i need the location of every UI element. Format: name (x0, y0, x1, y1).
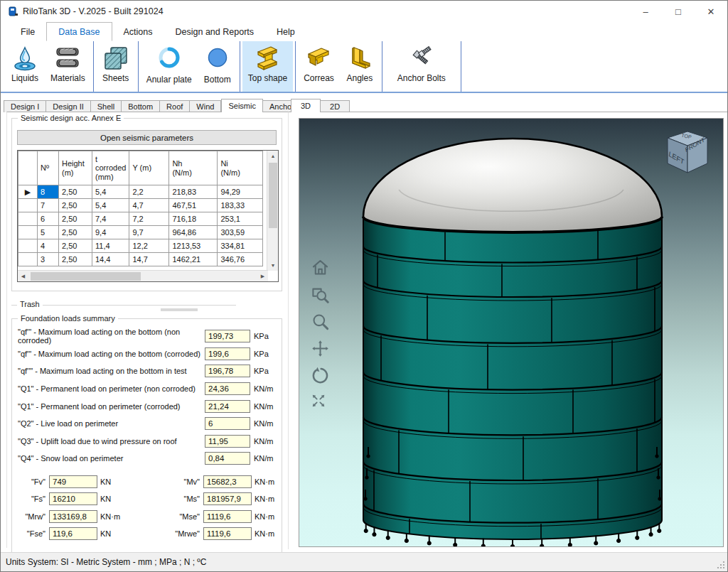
grid-cell[interactable]: 2,50 (59, 239, 92, 253)
grid-column-header[interactable]: t corroded (mm) (92, 151, 129, 185)
grid-cell[interactable]: 2,50 (59, 253, 92, 266)
grid-cell[interactable]: 14,4 (92, 253, 129, 266)
tab-shell[interactable]: Shell (91, 100, 122, 112)
maximize-button[interactable]: □ (662, 1, 695, 22)
scroll-thumb[interactable] (31, 272, 141, 281)
grid-cell[interactable]: 9,7 (129, 226, 169, 239)
grid-column-header[interactable]: Ni (N/m) (218, 151, 263, 185)
scroll-left-arrow[interactable]: ◀ (18, 271, 28, 282)
grid-cell[interactable]: 2,50 (59, 212, 92, 226)
tab-design-1[interactable]: Design I (4, 100, 46, 112)
tab-seismic[interactable]: Seismic (221, 99, 263, 112)
close-button[interactable]: ✕ (695, 1, 727, 22)
seismic-grid[interactable]: NºHeight (m)t corroded (mm)Y (m)Nh (N/m)… (17, 150, 279, 282)
pan-icon[interactable] (311, 339, 330, 358)
tab-wind[interactable]: Wind (190, 100, 221, 112)
menu-file[interactable]: File (9, 22, 46, 41)
grid-cell[interactable]: 1462,21 (169, 253, 218, 266)
open-seismic-parameters-button[interactable]: Open seismic parameters (17, 130, 277, 145)
grid-cell[interactable]: 253,1 (218, 212, 263, 226)
grid-row-selector[interactable]: ▶ (18, 185, 38, 199)
foundation-load-value-input[interactable] (205, 347, 250, 360)
navigation-cube[interactable]: TOP LEFT FRONT (665, 129, 710, 183)
result-value-input[interactable] (49, 510, 97, 523)
foundation-load-value-input[interactable] (205, 417, 250, 430)
grid-row-selector[interactable] (18, 253, 38, 266)
grid-cell[interactable]: 94,29 (218, 185, 263, 199)
grid-cell[interactable]: 7 (38, 199, 59, 212)
grid-cell[interactable]: 14,7 (129, 253, 169, 266)
tab-bottom[interactable]: Bottom (122, 100, 160, 112)
result-value-input[interactable] (203, 510, 252, 523)
result-value-input[interactable] (49, 527, 97, 540)
grid-cell[interactable]: 6 (38, 212, 59, 226)
toolbar-button-correas[interactable]: Correas (298, 41, 340, 92)
grid-cell[interactable]: 346,76 (218, 253, 263, 266)
zoom-window-icon[interactable] (311, 285, 330, 304)
toolbar-button-bottom[interactable]: Bottom (198, 41, 237, 92)
fit-view-icon[interactable] (311, 393, 326, 409)
foundation-load-value-input[interactable] (205, 452, 250, 465)
tab-roof[interactable]: Roof (160, 100, 190, 112)
grid-cell[interactable]: 467,51 (169, 199, 218, 212)
grid-cell[interactable]: 303,59 (218, 226, 263, 239)
grid-cell[interactable]: 964,86 (169, 226, 218, 239)
toolbar-button-sheets[interactable]: Sheets (96, 41, 136, 92)
grid-vertical-scrollbar[interactable]: ▲ ▼ (267, 151, 278, 271)
result-value-input[interactable] (203, 475, 252, 488)
rotate-icon[interactable] (311, 366, 330, 385)
3d-viewport[interactable]: TOP LEFT FRONT (299, 118, 724, 547)
grid-cell[interactable]: 1213,53 (169, 239, 218, 253)
foundation-load-value-input[interactable] (205, 435, 250, 448)
scroll-up-arrow[interactable]: ▲ (267, 151, 279, 161)
grid-cell[interactable]: 2,50 (59, 185, 92, 199)
grid-cell[interactable]: 334,81 (218, 239, 263, 253)
grid-cell[interactable]: 5 (38, 226, 59, 239)
toolbar-button-materials[interactable]: Materials (45, 41, 91, 92)
menu-help[interactable]: Help (265, 22, 306, 41)
grid-cell[interactable]: 183,33 (218, 199, 263, 212)
grid-corner-header[interactable] (18, 151, 38, 185)
grid-row-selector[interactable] (18, 199, 38, 212)
home-view-icon[interactable] (311, 258, 330, 277)
result-value-input[interactable] (203, 492, 252, 505)
menu-data-base[interactable]: Data Base (46, 22, 112, 41)
toolbar-button-anchor-bolts[interactable]: Anchor Bolts (385, 41, 459, 92)
grid-cell[interactable]: 716,18 (169, 212, 218, 226)
grid-cell[interactable]: 2,2 (129, 185, 169, 199)
grid-row[interactable]: ▶82,505,42,2218,8394,29 (18, 185, 263, 199)
toolbar-button-anular-plate[interactable]: Anular plate (141, 41, 198, 92)
scroll-thumb[interactable] (269, 163, 277, 228)
zoom-icon[interactable] (311, 312, 330, 331)
foundation-load-value-input[interactable] (205, 365, 250, 377)
scroll-down-arrow[interactable]: ▼ (267, 260, 279, 271)
grid-cell[interactable]: 4 (38, 239, 59, 253)
grid-row[interactable]: 42,5011,412,21213,53334,81 (18, 239, 263, 253)
tab-design-2[interactable]: Design II (46, 100, 90, 112)
tab-3d[interactable]: 3D (291, 99, 321, 112)
grid-column-header[interactable]: Nº (38, 151, 59, 185)
foundation-load-value-input[interactable] (205, 330, 250, 342)
grid-cell[interactable]: 218,83 (169, 185, 218, 199)
grid-cell[interactable]: 8 (38, 185, 59, 199)
grid-row[interactable]: 32,5014,414,71462,21346,76 (18, 253, 263, 266)
grid-row-selector[interactable] (18, 212, 38, 226)
grid-row[interactable]: 72,505,44,7467,51183,33 (18, 199, 263, 212)
grid-horizontal-scrollbar[interactable]: ◀ ▶ (18, 270, 268, 281)
result-value-input[interactable] (49, 492, 97, 505)
grid-cell[interactable]: 2,50 (59, 226, 92, 239)
grid-row[interactable]: 52,509,49,7964,86303,59 (18, 226, 263, 239)
grid-row-selector[interactable] (18, 226, 38, 239)
grid-cell[interactable]: 11,4 (92, 239, 129, 253)
scroll-right-arrow[interactable]: ▶ (257, 271, 268, 282)
grid-cell[interactable]: 12,2 (129, 239, 169, 253)
grid-cell[interactable]: 5,4 (92, 185, 129, 199)
grid-cell[interactable]: 9,4 (92, 226, 129, 239)
result-value-input[interactable] (49, 475, 97, 488)
grid-column-header[interactable]: Height (m) (59, 151, 92, 185)
foundation-load-value-input[interactable] (205, 400, 250, 413)
grid-column-header[interactable]: Nh (N/m) (169, 151, 218, 185)
grid-cell[interactable]: 2,50 (59, 199, 92, 212)
result-value-input[interactable] (203, 527, 252, 540)
seismic-grid-table[interactable]: NºHeight (m)t corroded (mm)Y (m)Nh (N/m)… (18, 151, 263, 266)
